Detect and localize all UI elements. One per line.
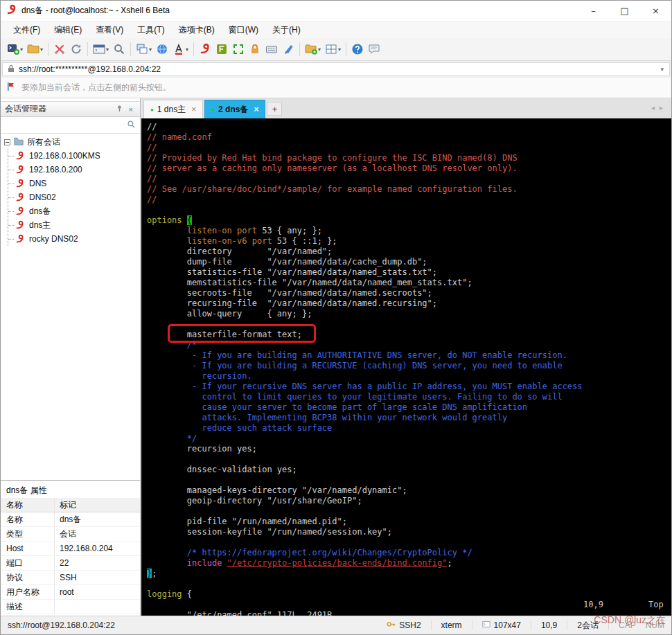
- minimize-button[interactable]: –: [578, 1, 609, 21]
- dropdown-arrow-icon[interactable]: ▾: [40, 46, 43, 53]
- tab-scroll-arrows[interactable]: ◂▸: [651, 104, 668, 111]
- session-item[interactable]: DNS: [8, 177, 140, 190]
- tile-layout-icon[interactable]: ▾: [324, 40, 342, 58]
- vim-file-info: "/etc/named.conf" 117L, 2491B: [187, 610, 333, 616]
- tab-dns-secondary[interactable]: ● 2 dns备 ×: [204, 100, 265, 118]
- xftp-icon[interactable]: [214, 40, 229, 58]
- terminal-line: - If you are building a RECURSIVE (cachi…: [147, 361, 671, 371]
- dropdown-arrow-icon[interactable]: ▾: [106, 46, 109, 53]
- dropdown-arrow-icon[interactable]: ▾: [149, 46, 152, 53]
- dropdown-arrow-icon[interactable]: ▾: [338, 46, 341, 53]
- session-root-label: 所有会话: [27, 136, 60, 148]
- session-label: 192.168.0.200: [29, 165, 82, 175]
- session-tree-root[interactable]: 所有会话: [1, 135, 140, 149]
- maximize-button[interactable]: □: [609, 1, 640, 21]
- close-button[interactable]: ×: [640, 1, 671, 21]
- help-icon[interactable]: [350, 40, 365, 58]
- session-item[interactable]: dns主: [8, 218, 140, 232]
- menu-item[interactable]: 关于(H): [265, 22, 308, 38]
- menu-item[interactable]: 查看(V): [89, 22, 130, 38]
- terminal-line: // named.conf: [147, 132, 671, 143]
- terminal-line: masterfile-format text;: [147, 330, 671, 340]
- session-label: rocky DNS02: [29, 234, 78, 244]
- globe-icon[interactable]: [154, 40, 170, 58]
- terminal-line: cause your server to become part of larg…: [147, 402, 671, 413]
- terminal-line: options {: [147, 215, 671, 226]
- new-tab-button[interactable]: +: [267, 102, 282, 116]
- fullscreen-icon[interactable]: [231, 40, 246, 58]
- menu-item[interactable]: 编辑(E): [47, 22, 89, 38]
- session-label: dns备: [29, 206, 51, 217]
- status-separator: [531, 620, 531, 630]
- open-session-icon[interactable]: ▾: [26, 40, 44, 58]
- terminal-line: //: [147, 195, 671, 205]
- terminal-line: // server as a caching only nameserver (…: [147, 163, 671, 174]
- terminal-line: pid-file "/run/named/named.pid";: [147, 517, 671, 527]
- menu-item[interactable]: 选项卡(B): [172, 22, 222, 38]
- font-color-icon[interactable]: ▾: [171, 40, 190, 58]
- session-label: DNS02: [29, 193, 56, 202]
- pin-icon[interactable]: [113, 105, 126, 114]
- tab-close-icon[interactable]: ×: [254, 105, 258, 114]
- vim-cursor-position: 10,9: [583, 600, 603, 610]
- toolbar-separator: [87, 42, 88, 56]
- terminal-line: [147, 205, 671, 215]
- tab-close-icon[interactable]: ×: [191, 105, 196, 114]
- session-tree: 所有会话 192.168.0.100KMS192.168.0.200DNSDNS…: [1, 135, 140, 477]
- cascade-windows-icon[interactable]: ▾: [134, 40, 153, 58]
- terminal-line: dump-file "/var/named/data/cache_dump.db…: [147, 257, 671, 267]
- session-item[interactable]: 192.168.0.200: [8, 163, 140, 177]
- session-icon: [15, 151, 25, 161]
- dropdown-arrow-icon[interactable]: ▾: [186, 46, 188, 53]
- session-icon: [15, 206, 25, 216]
- menu-item[interactable]: 工具(T): [130, 22, 171, 38]
- toolbar-separator: [346, 42, 346, 56]
- session-item[interactable]: 192.168.0.100KMS: [8, 149, 140, 163]
- property-row: 名称dns备: [1, 512, 140, 527]
- dropdown-arrow-icon[interactable]: ▾: [20, 46, 23, 53]
- address-field[interactable]: ssh://root:**********@192.168.0.204:22 ▾: [2, 62, 670, 76]
- feedback-icon[interactable]: [366, 40, 382, 58]
- session-tree-children: 192.168.0.100KMS192.168.0.200DNSDNS02dns…: [8, 149, 140, 246]
- find-icon[interactable]: [112, 40, 127, 58]
- lock-icon[interactable]: [247, 40, 263, 58]
- compose-bar-icon[interactable]: [264, 40, 279, 58]
- panel-close-icon[interactable]: ×: [126, 105, 136, 114]
- reconnect-icon[interactable]: [69, 40, 84, 58]
- terminal-pane: ● 1 dns主 × ● 2 dns备 × + ◂▸ //// named.co…: [141, 98, 671, 616]
- terminal[interactable]: //// named.conf//// Provided by Red Hat …: [141, 118, 671, 616]
- folder-icon: [14, 136, 24, 148]
- session-item[interactable]: rocky DNS02: [8, 232, 140, 246]
- terminal-line: recursion yes;: [147, 444, 671, 454]
- session-item[interactable]: DNS02: [8, 190, 140, 204]
- disconnect-icon[interactable]: [52, 40, 67, 58]
- new-folder-icon[interactable]: ▾: [303, 40, 322, 58]
- tab-scroll-left-icon[interactable]: ◂: [651, 104, 660, 111]
- search-icon[interactable]: [127, 120, 136, 131]
- properties-header-row: 名称 标记: [1, 498, 140, 512]
- dropdown-arrow-icon[interactable]: ▾: [318, 46, 321, 53]
- xshell-icon[interactable]: [197, 40, 213, 58]
- collapse-icon[interactable]: [4, 139, 10, 145]
- session-item[interactable]: dns备: [8, 204, 140, 218]
- terminal-line: reduce such attack surface: [147, 423, 671, 433]
- tab-label: 1 dns主: [157, 104, 186, 116]
- terminal-line: allow-query { any; };: [147, 309, 671, 319]
- terminal-line: include "/etc/crypto-policies/back-ends/…: [147, 558, 671, 569]
- tab-dns-primary[interactable]: ● 1 dns主 ×: [143, 100, 203, 118]
- status-term-type: xterm: [441, 620, 462, 630]
- highlight-pen-icon[interactable]: [281, 40, 296, 58]
- hint-bar: 要添加当前会话，点击左侧的箭头按钮。: [1, 78, 671, 98]
- menu-item[interactable]: 窗口(W): [222, 22, 265, 38]
- new-session-icon[interactable]: ▾: [6, 40, 24, 58]
- address-dropdown-icon[interactable]: ▾: [660, 66, 665, 73]
- tab-scroll-right-icon[interactable]: ▸: [660, 104, 668, 111]
- menu-item[interactable]: 文件(F): [6, 22, 47, 38]
- terminal-line: geoip-directory "/usr/share/GeoIP";: [147, 496, 671, 506]
- terminal-line: /*: [147, 340, 671, 350]
- hint-text: 要添加当前会话，点击左侧的箭头按钮。: [21, 82, 171, 93]
- toolbar-separator: [130, 42, 131, 56]
- session-search-input[interactable]: [5, 119, 127, 132]
- new-terminal-icon[interactable]: ▾: [91, 40, 110, 58]
- property-row: 端口22: [1, 556, 140, 571]
